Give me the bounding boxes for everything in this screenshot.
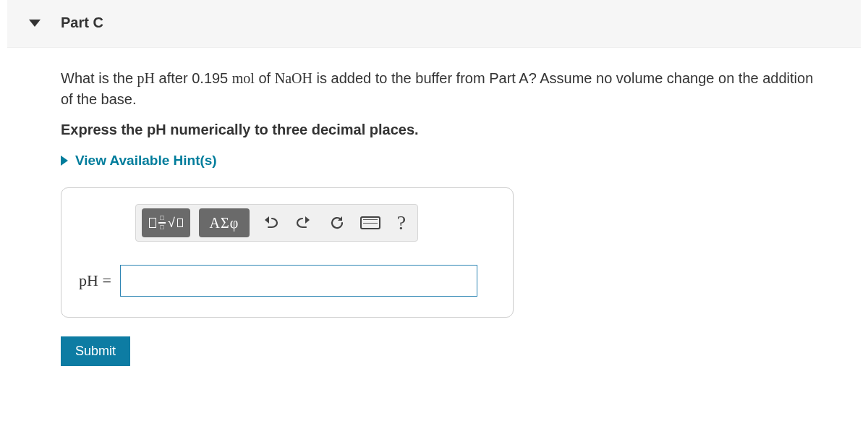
keyboard-button[interactable]: [358, 211, 383, 235]
collapse-caret-icon: [29, 20, 41, 27]
reset-button[interactable]: [325, 211, 349, 235]
view-hints-toggle[interactable]: View Available Hint(s): [61, 153, 217, 169]
answer-input[interactable]: [120, 265, 477, 297]
answer-input-row: pH =: [76, 265, 498, 297]
part-content: What is the pH after 0.195 mol of NaOH i…: [7, 48, 861, 366]
hints-label: View Available Hint(s): [75, 153, 217, 169]
reset-icon: [328, 214, 346, 232]
q-text: of: [255, 70, 275, 86]
undo-icon: [262, 214, 279, 232]
question-part: Part C What is the pH after 0.195 mol of…: [0, 0, 868, 388]
caret-right-icon: [61, 156, 68, 166]
math-template-icon: □□ √: [149, 215, 183, 231]
redo-icon: [295, 214, 312, 232]
part-header[interactable]: Part C: [7, 0, 861, 48]
q-naoh: NaOH: [275, 70, 312, 86]
answer-box: □□ √ ΑΣφ ? pH: [61, 187, 514, 318]
submit-button[interactable]: Submit: [61, 336, 130, 366]
q-mol: mol: [232, 70, 255, 86]
q-text: after 0.195: [155, 70, 232, 86]
question-text: What is the pH after 0.195 mol of NaOH i…: [61, 68, 827, 110]
answer-instruction: Express the pH numerically to three deci…: [61, 122, 861, 138]
redo-button[interactable]: [292, 211, 316, 235]
greek-symbols-button[interactable]: ΑΣφ: [199, 208, 250, 237]
templates-button[interactable]: □□ √: [142, 208, 190, 237]
keyboard-icon: [360, 216, 380, 229]
q-ph: pH: [137, 70, 155, 86]
help-button[interactable]: ?: [391, 211, 412, 234]
part-title: Part C: [61, 14, 103, 31]
answer-lhs: pH =: [79, 271, 111, 290]
undo-button[interactable]: [258, 211, 283, 235]
q-text: What is the: [61, 70, 137, 86]
equation-toolbar: □□ √ ΑΣφ ?: [135, 204, 418, 242]
